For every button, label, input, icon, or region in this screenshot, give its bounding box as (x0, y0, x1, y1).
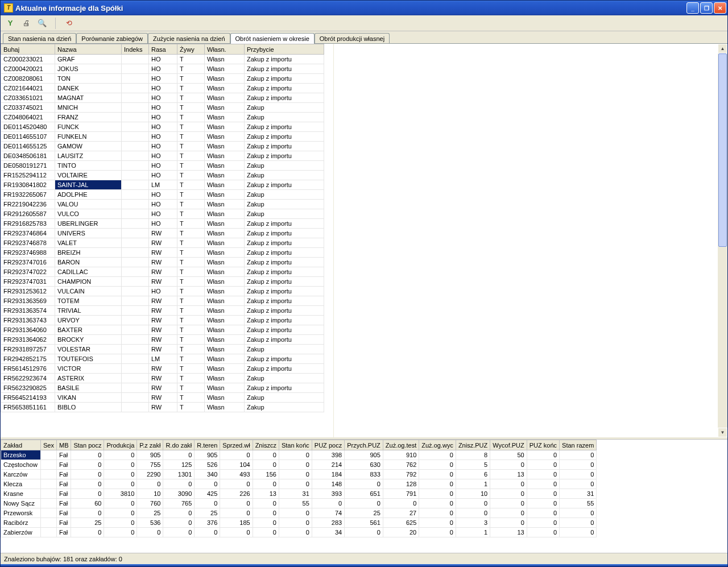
scroll-track[interactable] (718, 53, 727, 428)
tab-1[interactable]: Porównanie zabiegów (76, 33, 148, 43)
titlebar: T Aktualne informacje dla Spółki _ ❐ ✕ (1, 1, 727, 15)
table-row[interactable]: KleczaFał00000000148012801000 (1, 479, 597, 489)
lower-col-stan_pocz[interactable]: Stan pocz (71, 440, 104, 450)
upper-col-zywy[interactable]: Żywy (177, 44, 205, 55)
search-icon[interactable]: 🔍 (37, 18, 47, 28)
table-row[interactable]: FR2912605587VULCOHOTWłasnZakup (1, 209, 324, 219)
tab-3[interactable]: Obrót nasieniem w okresie (230, 33, 315, 44)
lower-col-stan_razem[interactable]: Stan razem (560, 440, 597, 450)
table-row[interactable]: CZ000233021GRAFHOTWłasnZakup z importu (1, 55, 324, 64)
print-icon[interactable]: 🖨 (21, 18, 31, 28)
taskbar (1, 564, 727, 566)
lower-col-p_z_zakl[interactable]: P.z zakł (137, 440, 163, 450)
lower-col-produkcja[interactable]: Produkcja (104, 440, 137, 450)
lower-col-zuz_og_test[interactable]: Zuż.og.test (383, 440, 419, 450)
scroll-down-button[interactable]: ▼ (718, 428, 727, 437)
upper-col-przybycie[interactable]: Przybycie (245, 44, 324, 55)
upper-col-indeks[interactable]: Indeks (122, 44, 149, 55)
table-row[interactable]: PrzeworskFał002502500074252700000 (1, 508, 597, 518)
table-row[interactable]: CZ033651021MAGNATHOTWłasnZakup z importu (1, 93, 324, 103)
upper-grid[interactable]: BuhajNazwaIndeksRasaŻywyWłasn.PrzybycieC… (1, 44, 333, 437)
table-row[interactable]: FR2931364060BAXTERRWTWłasnZakup z import… (1, 325, 324, 335)
table-row[interactable]: KarczówFał002290130134049315601848337920… (1, 470, 597, 479)
upper-col-nazwa[interactable]: Nazwa (55, 44, 122, 55)
table-row[interactable]: FR1525294112VOLTAIREHOTWłasnZakup (1, 171, 324, 180)
lower-col-r_teren[interactable]: R.teren (195, 440, 220, 450)
refresh-icon[interactable]: ⟲ (64, 18, 74, 28)
lower-col-puz_pocz[interactable]: PUZ pocz (312, 440, 344, 450)
tab-2[interactable]: Zużycie nasienia na dzień (148, 33, 230, 43)
table-row[interactable]: FR1932265067ADOLPHEHOTWłasnZakup (1, 190, 324, 200)
table-row[interactable]: FR5623290825BASILERWTWłasnZakup z import… (1, 383, 324, 393)
table-row[interactable]: FR2923747016BARONRWTWłasnZakup z importu (1, 258, 324, 267)
table-row[interactable]: FR2931363743URVOYRWTWłasnZakup z importu (1, 316, 324, 325)
toolbar-separator (55, 18, 56, 29)
vertical-scrollbar[interactable]: ▲ ▼ (718, 44, 727, 437)
table-row[interactable]: CZ021644021DANEKHOTWłasnZakup z importu (1, 84, 324, 93)
close-button[interactable]: ✕ (714, 2, 726, 14)
window-title: Aktualne informacje dla Spółki (15, 4, 686, 13)
maximize-button[interactable]: ❐ (700, 2, 713, 14)
upper-col-wlasn[interactable]: Własn. (205, 44, 245, 55)
lower-col-r_do_zakl[interactable]: R.do zakł (163, 440, 195, 450)
table-row[interactable]: FR2916825783UBERLINGERHOTWłasnZakup z im… (1, 219, 324, 229)
filter-icon[interactable]: Y (5, 18, 15, 28)
table-row[interactable]: BrzeskoFał009050905000398905910085000 (1, 450, 597, 460)
lower-col-mb[interactable]: MB (56, 440, 71, 450)
table-row[interactable]: FR2931363574TRIVIALRWTWłasnZakup z impor… (1, 306, 324, 316)
table-row[interactable]: FR5653851161BIBLORWTWłasnZakup (1, 403, 324, 412)
statusbar: Znaleziono buhajów: 181 oraz zakładów: 0 (1, 553, 727, 564)
table-row[interactable]: FR2923746878VALETRWTWłasnZakup z importu (1, 238, 324, 248)
lower-col-sex[interactable]: Sex (41, 440, 57, 450)
lower-col-sprzed_wl[interactable]: Sprzed.wł (220, 440, 253, 450)
lower-col-stan_konc[interactable]: Stan końc (279, 440, 312, 450)
lower-col-zaklad[interactable]: Zakład (1, 440, 41, 450)
tab-4[interactable]: Obrót produkcji własnej (315, 33, 390, 43)
table-row[interactable]: FR2931253612VULCAINHOTWłasnZakup z impor… (1, 287, 324, 296)
table-row[interactable]: DE0114520480FUNCKHOTWłasnZakup z importu (1, 122, 324, 132)
table-row[interactable]: FR2931364062BROCKYRWTWłasnZakup z import… (1, 335, 324, 345)
table-row[interactable]: FR2923746864UNIVERSRWTWłasnZakup z impor… (1, 229, 324, 238)
table-row[interactable]: CZ048064021FRANZHOTWłasnZakup (1, 113, 324, 122)
table-row[interactable]: FR2923746988BREIZHRWTWłasnZakup z import… (1, 248, 324, 258)
table-row[interactable]: FR5645214193VIKANRWTWłasnZakup (1, 393, 324, 403)
tab-0[interactable]: Stan nasienia na dzień (3, 33, 76, 43)
app-icon: T (4, 3, 13, 13)
table-row[interactable]: Nowy SączFał60076076500055000000055 (1, 499, 597, 508)
table-row[interactable]: CZ008208061TONHOTWłasnZakup z importu (1, 74, 324, 84)
table-row[interactable]: KrasneFał0381010309042522613313936517910… (1, 489, 597, 499)
table-row[interactable]: DE0114655107FUNKELNHOTWłasnZakup z impor… (1, 132, 324, 142)
table-row[interactable]: DE0114655125GAMOWHOTWłasnZakup z importu (1, 142, 324, 151)
tabs-bar: Stan nasienia na dzieńPorównanie zabiegó… (1, 31, 727, 44)
lower-col-puz_konc[interactable]: PUZ końc (527, 440, 559, 450)
table-row[interactable]: CzęstochowFał007551255261040021463076205… (1, 460, 597, 470)
scroll-thumb[interactable] (718, 53, 727, 247)
table-row[interactable]: FR5622923674ASTERIXRWTWłasnZakup (1, 374, 324, 383)
lower-col-znisz_puz[interactable]: Znisz.PUZ (456, 440, 490, 450)
upper-right-panel: ▲ ▼ (333, 44, 727, 437)
minimize-button[interactable]: _ (686, 2, 699, 14)
table-row[interactable]: FR1930841802SAINT-JALLMTWłasnZakup z imp… (1, 180, 324, 190)
lower-col-zuz_og_wyc[interactable]: Zuż.og.wyc (419, 440, 456, 450)
lower-grid[interactable]: ZakładSexMBStan poczProdukcjaP.z zakłR.d… (1, 440, 727, 553)
table-row[interactable]: FR2923747022CADILLACRWTWłasnZakup z impo… (1, 267, 324, 277)
lower-col-zniszcz[interactable]: Zniszcz (253, 440, 279, 450)
table-row[interactable]: FR2942852175TOUTEFOISLMTWłasnZakup z imp… (1, 354, 324, 364)
table-row[interactable]: DE0580191271TINTOHOTWłasnZakup (1, 161, 324, 171)
lower-col-wycof_puz[interactable]: Wycof.PUZ (490, 440, 527, 450)
table-row[interactable]: CZ000420021JOKUSHOTWłasnZakup z importu (1, 64, 324, 74)
table-row[interactable]: ZabierzówFał0000000034020011300 (1, 528, 597, 537)
table-row[interactable]: FR2923747031CHAMPIONRWTWłasnZakup z impo… (1, 277, 324, 287)
scroll-up-button[interactable]: ▲ (718, 44, 727, 53)
status-text: Znaleziono buhajów: 181 oraz zakładów: 0 (4, 556, 122, 562)
table-row[interactable]: RacibórzFał25053603761850028356162503000 (1, 518, 597, 528)
lower-col-przych_puz[interactable]: Przych.PUZ (345, 440, 383, 450)
table-row[interactable]: FR2219042236VALOUHOTWłasnZakup (1, 200, 324, 209)
table-row[interactable]: DE0348506181LAUSITZHOTWłasnZakup z impor… (1, 151, 324, 161)
table-row[interactable]: CZ033745021MNICHHOTWłasnZakup (1, 103, 324, 113)
table-row[interactable]: FR2931363569TOTEMRWTWłasnZakup z importu (1, 296, 324, 306)
table-row[interactable]: FR5614512976VICTORRWTWłasnZakup z import… (1, 364, 324, 374)
table-row[interactable]: FR2931897257VOLESTARRWTWłasnZakup (1, 345, 324, 354)
upper-col-rasa[interactable]: Rasa (149, 44, 177, 55)
upper-col-buhaj[interactable]: Buhaj (1, 44, 55, 55)
